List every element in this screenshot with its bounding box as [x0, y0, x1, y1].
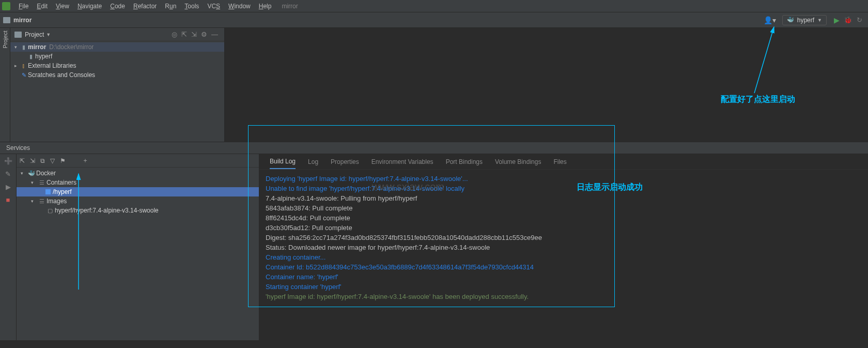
menu-code[interactable]: Code: [106, 2, 129, 11]
project-tree: ▾ ▮ mirror D:\docker\mirror ▮ hyperf ▸ ⫿…: [10, 41, 224, 81]
chevron-down-icon[interactable]: ▾: [14, 44, 20, 50]
log-line: Container name: 'hyperf': [266, 272, 862, 282]
menu-tools[interactable]: Tools: [180, 2, 203, 11]
chevron-down-icon[interactable]: ▾: [21, 171, 27, 176]
images-node[interactable]: ▾ ☰ Images: [17, 196, 259, 206]
images-label: Images: [47, 198, 67, 205]
log-content[interactable]: Deploying 'hyperf Image id: hyperf/hyper…: [259, 170, 868, 306]
run-button[interactable]: ▶: [832, 16, 841, 24]
stop-icon[interactable]: ■: [6, 196, 10, 204]
expand-all-icon[interactable]: ⇱: [20, 157, 25, 164]
containers-icon: ☰: [37, 179, 47, 186]
add-icon[interactable]: ＋: [82, 156, 88, 165]
scratch-icon: ✎: [20, 72, 28, 79]
tab-env-vars[interactable]: Environment Variables: [371, 155, 433, 169]
run-config-label: hyperf: [797, 17, 814, 24]
tab-properties[interactable]: Properties: [331, 155, 359, 169]
container-hyperf[interactable]: /hyperf: [17, 187, 259, 196]
chevron-down-icon[interactable]: ▼: [46, 32, 51, 37]
edit-icon[interactable]: ✎: [5, 170, 11, 178]
deploy-icon[interactable]: ➕: [4, 157, 12, 165]
chevron-down-icon[interactable]: ▾: [31, 180, 37, 185]
tab-port-bindings[interactable]: Port Bindings: [446, 155, 483, 169]
log-line: Digest: sha256:2cc71a274f3ad0bd825374fbf…: [266, 233, 862, 243]
chevron-right-icon[interactable]: ▸: [14, 63, 20, 68]
collapse-all-icon[interactable]: ⇲: [30, 157, 35, 164]
image-row[interactable]: ▢ hyperf/hyperf:7.4-alpine-v3.14-swoole: [17, 206, 259, 215]
library-icon: ⫿: [20, 63, 28, 69]
log-line: Status: Downloaded newer image for hyper…: [266, 243, 862, 252]
log-line: 'hyperf Image id: hyperf/hyperf:7.4-alpi…: [266, 292, 862, 301]
debug-button[interactable]: 🐞: [843, 16, 853, 24]
expand-all-icon[interactable]: ⇱: [181, 31, 187, 38]
folder-icon: [3, 17, 10, 23]
menu-refactor[interactable]: Refactor: [129, 2, 161, 11]
containers-label: Containers: [47, 179, 76, 186]
services-label: Services: [6, 144, 30, 152]
menu-file[interactable]: File: [14, 2, 33, 11]
menu-run[interactable]: Run: [161, 2, 180, 11]
log-line: 8ff62415dc4d: Pull complete: [266, 213, 862, 223]
project-root-name: mirror: [28, 43, 46, 51]
scratches-consoles[interactable]: ✎ Scratches and Consoles: [10, 70, 224, 80]
menu-navigate[interactable]: Navigate: [73, 2, 106, 11]
run-config-selector[interactable]: 🐳 hyperf ▼: [782, 15, 827, 25]
rerun-button[interactable]: ↻: [855, 16, 864, 24]
tab-volume-bindings[interactable]: Volume Bindings: [495, 155, 541, 169]
log-line: Creating container...: [266, 252, 862, 262]
images-icon: ☰: [37, 198, 47, 205]
log-line: Unable to find image 'hyperf/hyperf:7.4-…: [266, 184, 862, 193]
hide-icon[interactable]: —: [211, 31, 218, 38]
main-area: Project Project ▼ ◎ ⇱ ⇲ ⚙ — ▾ ▮ mirror D…: [0, 28, 868, 142]
chevron-down-icon[interactable]: ▾: [31, 199, 37, 204]
tab-log[interactable]: Log: [308, 155, 318, 169]
services-panel: ➕ ✎ ▶ ■ ⇱ ⇲ ⧉ ▽ ⚑ ＋ ▾ 🐳 Docker ▾ ☰ Conta…: [0, 154, 868, 340]
containers-node[interactable]: ▾ ☰ Containers: [17, 178, 259, 187]
breadcrumb-project[interactable]: mirror: [13, 17, 32, 24]
folder-icon: ▮: [20, 44, 28, 51]
image-icon: ▢: [45, 207, 55, 214]
project-tool-label[interactable]: Project: [2, 39, 8, 49]
services-tree-panel: ⇱ ⇲ ⧉ ▽ ⚑ ＋ ▾ 🐳 Docker ▾ ☰ Containers /h…: [17, 154, 259, 340]
scratches-label: Scratches and Consoles: [28, 71, 95, 79]
external-libraries[interactable]: ▸ ⫿ External Libraries: [10, 61, 224, 70]
services-tree-toolbar: ⇱ ⇲ ⧉ ▽ ⚑ ＋: [17, 154, 259, 168]
tab-build-log[interactable]: Build Log: [270, 155, 296, 169]
menu-bar: File Edit View Navigate Code Refactor Ru…: [0, 0, 868, 12]
locate-icon[interactable]: ◎: [172, 31, 177, 38]
log-tabs: Build Log Log Properties Environment Var…: [259, 154, 868, 170]
project-root-row[interactable]: ▾ ▮ mirror D:\docker\mirror: [10, 42, 224, 52]
menu-help[interactable]: Help: [255, 2, 276, 11]
filter-icon[interactable]: ▽: [50, 157, 55, 164]
services-left-gutter: ➕ ✎ ▶ ■: [0, 154, 17, 340]
log-line: d3cb30f5ad12: Pull complete: [266, 223, 862, 233]
gear-icon[interactable]: ⚙: [201, 31, 207, 38]
container-label: /hyperf: [53, 188, 72, 195]
editor-area: [225, 28, 868, 142]
folder-icon: [14, 32, 22, 38]
project-panel-title[interactable]: Project: [25, 31, 44, 38]
tree-folder-hyperf[interactable]: ▮ hyperf: [10, 52, 224, 61]
menu-window[interactable]: Window: [224, 2, 255, 11]
menu-view[interactable]: View: [52, 2, 73, 11]
log-line: 5843afab3874: Pull complete: [266, 203, 862, 213]
collapse-all-icon[interactable]: ⇲: [191, 31, 197, 38]
chevron-down-icon: ▼: [817, 18, 822, 23]
external-libraries-label: External Libraries: [28, 62, 76, 69]
play-icon[interactable]: ▶: [6, 183, 11, 191]
services-tool-title[interactable]: Services: [0, 142, 868, 154]
docker-node[interactable]: ▾ 🐳 Docker: [17, 169, 259, 178]
menu-edit[interactable]: Edit: [33, 2, 52, 11]
log-line: Container Id: b522d884394c753ec3e50a3fb6…: [266, 262, 862, 272]
tab-files[interactable]: Files: [553, 155, 566, 169]
user-menu-icon[interactable]: 👤▾: [764, 16, 776, 24]
project-panel-header: Project ▼ ◎ ⇱ ⇲ ⚙ —: [10, 28, 224, 41]
menu-vcs[interactable]: VCS: [203, 2, 224, 11]
bookmark-icon[interactable]: ⚑: [60, 157, 66, 164]
group-icon[interactable]: ⧉: [40, 157, 45, 164]
tree-folder-label: hyperf: [35, 53, 52, 60]
log-line: Deploying 'hyperf Image id: hyperf/hyper…: [266, 174, 862, 184]
services-tree: ▾ 🐳 Docker ▾ ☰ Containers /hyperf ▾ ☰ Im…: [17, 168, 259, 216]
container-icon: [45, 189, 51, 194]
nav-bar: mirror 👤▾ 🐳 hyperf ▼ ▶ 🐞 ↻: [0, 12, 868, 28]
